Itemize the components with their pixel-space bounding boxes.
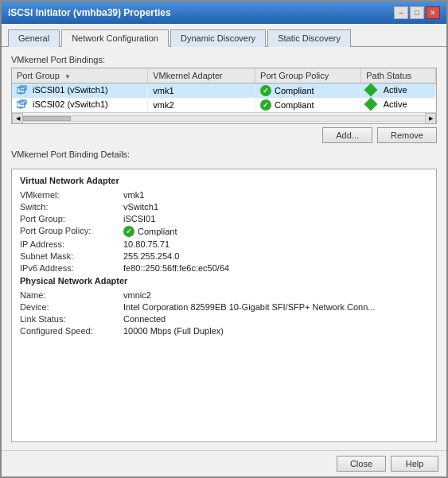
detail-row: Switch:vSwitch1 xyxy=(20,202,428,212)
detail-row: Link Status:Connected xyxy=(20,314,428,324)
port-bindings-section: VMkernel Port Bindings: Port Group ▼ VMk xyxy=(11,55,437,143)
minimize-button[interactable]: – xyxy=(394,6,408,19)
detail-label: Link Status: xyxy=(20,314,123,324)
detail-label: Configured Speed: xyxy=(20,326,123,336)
port-bindings-scroll[interactable]: Port Group ▼ VMkernel Adapter Port Group… xyxy=(12,68,436,112)
col-port-group-policy[interactable]: Port Group Policy xyxy=(255,68,361,84)
detail-value: vSwitch1 xyxy=(123,202,428,212)
detail-value: Intel Corporation 82599EB 10-Gigabit SFI… xyxy=(123,302,428,312)
cell-vmkernel: vmk1 xyxy=(148,84,255,99)
detail-label: VMkernel: xyxy=(20,190,123,200)
footer: Close Help xyxy=(2,450,446,476)
details-section: Virtual Network Adapter VMkernel:vmk1Swi… xyxy=(11,169,437,442)
scroll-left-btn[interactable]: ◀ xyxy=(12,113,23,124)
network-icon xyxy=(17,99,29,109)
detail-label: Name: xyxy=(20,290,123,300)
table-row[interactable]: iSCSI01 (vSwitch1)vmk1✓ Compliant Active xyxy=(12,84,436,99)
col-vmkernel-adapter[interactable]: VMkernel Adapter xyxy=(148,68,255,84)
cell-path-status: Active xyxy=(361,84,436,99)
cell-port-group: iSCSI02 (vSwitch1) xyxy=(12,98,148,112)
compliant-icon: ✓ xyxy=(260,85,271,96)
port-bindings-table: Port Group ▼ VMkernel Adapter Port Group… xyxy=(12,68,436,112)
window-controls: – □ ✕ xyxy=(394,6,440,19)
detail-value: 10.80.75.71 xyxy=(123,239,428,249)
window-close-button[interactable]: ✕ xyxy=(426,6,440,19)
cell-vmkernel: vmk2 xyxy=(148,98,255,112)
detail-label: IPv6 Address: xyxy=(20,263,123,273)
cell-path-status: Active xyxy=(361,98,436,112)
tab-general[interactable]: General xyxy=(8,29,60,47)
detail-row: Device:Intel Corporation 82599EB 10-Giga… xyxy=(20,302,428,312)
details-content: Virtual Network Adapter VMkernel:vmk1Swi… xyxy=(12,169,436,344)
active-icon xyxy=(364,98,378,111)
tab-static-discovery[interactable]: Static Discovery xyxy=(267,29,351,47)
horizontal-scrollbar[interactable]: ◀ ▶ xyxy=(12,112,436,123)
detail-label: Device: xyxy=(20,302,123,312)
cell-policy: ✓ Compliant xyxy=(255,84,361,99)
detail-row: Name:vmnic2 xyxy=(20,290,428,300)
scroll-right-btn[interactable]: ▶ xyxy=(425,113,436,124)
table-row[interactable]: iSCSI02 (vSwitch1)vmk2✓ Compliant Active xyxy=(12,98,436,112)
detail-value: vmnic2 xyxy=(123,290,428,300)
window-title: iSCSI Initiator (vmhba39) Properties xyxy=(8,7,171,18)
remove-button[interactable]: Remove xyxy=(377,127,437,143)
network-icon xyxy=(17,85,29,95)
col-path-status[interactable]: Path Status xyxy=(361,68,436,84)
detail-value: iSCSI01 xyxy=(123,214,428,223)
port-bindings-label: VMkernel Port Bindings: xyxy=(11,55,437,64)
tab-bar: General Network Configuration Dynamic Di… xyxy=(2,24,446,47)
compliant-icon: ✓ xyxy=(260,99,271,111)
detail-row: Subnet Mask:255.255.254.0 xyxy=(20,251,428,261)
cell-policy: ✓ Compliant xyxy=(255,98,361,112)
cell-port-group: iSCSI01 (vSwitch1) xyxy=(12,84,148,99)
detail-row: Port Group Policy:✓ Compliant xyxy=(20,226,428,237)
table-header-row: Port Group ▼ VMkernel Adapter Port Group… xyxy=(12,68,436,84)
detail-value: 255.255.254.0 xyxy=(123,251,428,261)
detail-value: vmk1 xyxy=(123,190,428,200)
detail-row: Configured Speed:10000 Mbps (Full Duplex… xyxy=(20,326,428,336)
tab-network-configuration[interactable]: Network Configuration xyxy=(61,29,169,47)
tab-dynamic-discovery[interactable]: Dynamic Discovery xyxy=(170,29,266,47)
compliant-value-icon: ✓ xyxy=(123,226,134,237)
main-window: iSCSI Initiator (vmhba39) Properties – □… xyxy=(0,0,448,478)
scroll-thumb xyxy=(23,116,71,121)
detail-label: Port Group: xyxy=(20,214,123,223)
detail-label: Port Group Policy: xyxy=(20,226,123,237)
detail-row: Port Group:iSCSI01 xyxy=(20,214,428,223)
detail-row: IPv6 Address:fe80::250:56ff:fe6c:ec50/64 xyxy=(20,263,428,273)
table-action-buttons: Add... Remove xyxy=(11,127,437,143)
detail-value: fe80::250:56ff:fe6c:ec50/64 xyxy=(123,263,428,273)
detail-label: Switch: xyxy=(20,202,123,212)
sort-arrow: ▼ xyxy=(64,73,71,80)
title-bar: iSCSI Initiator (vmhba39) Properties – □… xyxy=(2,2,446,24)
col-port-group[interactable]: Port Group ▼ xyxy=(12,68,148,84)
detail-label: IP Address: xyxy=(20,239,123,249)
scroll-track[interactable] xyxy=(23,115,425,122)
maximize-button[interactable]: □ xyxy=(410,6,424,19)
add-button[interactable]: Add... xyxy=(322,127,372,143)
detail-value: ✓ Compliant xyxy=(123,226,428,237)
detail-label: Subnet Mask: xyxy=(20,251,123,261)
detail-row: IP Address:10.80.75.71 xyxy=(20,239,428,249)
virtual-network-title: Virtual Network Adapter xyxy=(20,176,428,185)
detail-row: VMkernel:vmk1 xyxy=(20,190,428,200)
detail-value: Connected xyxy=(123,314,428,324)
tab-content: VMkernel Port Bindings: Port Group ▼ VMk xyxy=(2,47,446,450)
physical-network-title: Physical Network Adapter xyxy=(20,276,428,286)
active-icon xyxy=(364,84,378,97)
detail-value: 10000 Mbps (Full Duplex) xyxy=(123,326,428,336)
help-button[interactable]: Help xyxy=(391,456,438,472)
details-label: VMkernel Port Binding Details: xyxy=(11,150,437,159)
port-bindings-table-wrapper: Port Group ▼ VMkernel Adapter Port Group… xyxy=(11,68,437,124)
close-button[interactable]: Close xyxy=(337,456,386,472)
